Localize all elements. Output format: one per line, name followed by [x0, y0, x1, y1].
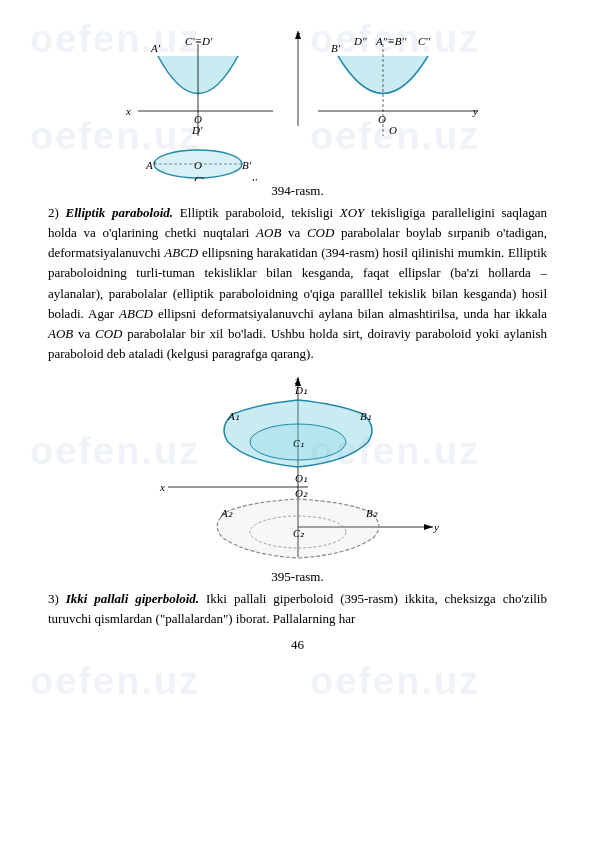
para2-title: Elliptik paraboloid.	[66, 205, 174, 220]
d1-label: D₁	[294, 384, 307, 396]
fig1-caption-text: 394-rasm.	[271, 183, 323, 198]
watermark: oefen.uz	[310, 660, 480, 703]
y-label-395: y	[433, 521, 439, 533]
cprime-dprime-label: C'≡D'	[185, 35, 213, 47]
b-dprime-label: B'	[331, 42, 341, 54]
y-ellipse-label: y	[251, 174, 257, 181]
figure-395-container: z x y C₁ A₁ B₁ O₁	[48, 372, 547, 567]
c1-label: C'	[194, 174, 204, 181]
a-prime-label: A'	[150, 42, 161, 54]
c-double-prime-label: C''	[418, 35, 431, 47]
fig2-caption-text: 395-rasm.	[271, 569, 323, 584]
o1-label: O₁	[295, 472, 307, 484]
c2-bottom-label: C₂	[293, 528, 305, 539]
o-below-right: O	[389, 124, 397, 136]
para3-title: Ikki pallali giperboloid.	[66, 591, 199, 606]
a1-top-label: A₁	[227, 410, 239, 422]
para2-num: 2)	[48, 205, 66, 220]
fig1-caption: 394-rasm.	[48, 183, 547, 199]
a2-bottom-label: A₂	[220, 507, 233, 519]
page-number: 46	[48, 637, 547, 653]
o2-label: O₂	[295, 487, 308, 499]
y-label: y	[472, 105, 478, 117]
svg-marker-12	[424, 524, 433, 530]
d-prime-below-label: D'	[191, 124, 203, 136]
page: oefen.uz oefen.uz oefen.uz oefen.uz oefe…	[0, 0, 595, 842]
para2-text: Elliptik paraboloid, tekisligi XOY tekis…	[48, 205, 547, 361]
paragraph-3: 3) Ikki pallali giperboloid. Ikki pallal…	[48, 589, 547, 629]
b2-bottom-label: B₂	[366, 507, 378, 519]
figure-394-container: O x A' C'≡D' D' z	[48, 26, 547, 181]
figure-395: z x y C₁ A₁ B₁ O₁	[138, 372, 458, 567]
watermark: oefen.uz	[30, 660, 200, 703]
b1-label: B'	[242, 159, 252, 171]
d-a-label: D''	[353, 35, 367, 47]
c1-top-label: C₁	[293, 438, 304, 449]
main-content: O x A' C'≡D' D' z	[48, 26, 547, 653]
a-eq-b-label: A''≡B''	[375, 35, 407, 47]
o-ellipse-label: O	[194, 159, 202, 171]
para3-num: 3)	[48, 591, 66, 606]
right-o-label: O	[378, 113, 386, 125]
b1-top-label: B₁	[360, 410, 371, 422]
fig2-caption: 395-rasm.	[48, 569, 547, 585]
a1-label: A'	[145, 159, 156, 171]
x-label-395: x	[159, 481, 165, 493]
x-label-left: x	[125, 105, 131, 117]
paragraph-2: 2) Elliptik paraboloid. Elliptik parabol…	[48, 203, 547, 364]
figure-394: O x A' C'≡D' D' z	[98, 26, 498, 181]
page-number-text: 46	[291, 637, 304, 652]
